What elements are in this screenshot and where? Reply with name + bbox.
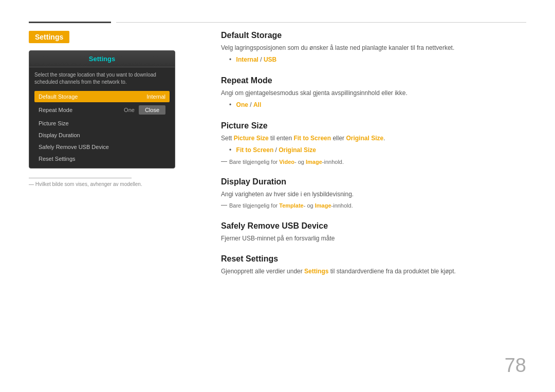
section-title-display-duration: Display Duration bbox=[221, 177, 526, 186]
highlight-template: Template bbox=[279, 202, 303, 209]
close-button[interactable]: Close bbox=[139, 105, 165, 115]
section-safely-remove: Safely Remove USB Device Fjerner USB-min… bbox=[221, 221, 526, 243]
menu-item-default-storage[interactable]: Default Storage Internal bbox=[34, 91, 170, 102]
bullet-default-storage: Internal / USB bbox=[229, 55, 526, 65]
highlight-image: Image bbox=[306, 159, 322, 165]
top-decoration bbox=[29, 22, 526, 23]
highlight-all: All bbox=[253, 101, 261, 108]
section-title-picture-size: Picture Size bbox=[221, 121, 526, 130]
dialog-body: Select the storage location that you wan… bbox=[29, 67, 175, 168]
settings-dialog: Settings Select the storage location tha… bbox=[29, 50, 175, 169]
highlight-image-2: Image bbox=[315, 202, 331, 209]
menu-item-label: Safely Remove USB Device bbox=[39, 144, 109, 150]
desc-text-2: til enten bbox=[269, 135, 294, 142]
section-desc-reset-settings: Gjenopprett alle verdier under Settings … bbox=[221, 267, 526, 276]
menu-item-value: One bbox=[124, 107, 135, 113]
bullet-picture-size: Fit to Screen / Original Size bbox=[229, 145, 526, 155]
note-dash-2: ― bbox=[221, 201, 227, 209]
highlight-original: Original Size bbox=[279, 146, 316, 154]
menu-item-label: Repeat Mode bbox=[39, 107, 72, 113]
top-line-dark bbox=[29, 22, 111, 23]
slash-separator: / bbox=[260, 56, 264, 63]
highlight-fit-to-screen: Fit to Screen bbox=[293, 135, 331, 142]
left-panel: Settings Settings Select the storage loc… bbox=[29, 31, 183, 187]
section-title-repeat-mode: Repeat Mode bbox=[221, 76, 526, 85]
reset-text-1: Gjenopprett alle verdier under bbox=[221, 268, 304, 275]
section-repeat-mode: Repeat Mode Angi om gjentagelsesmodus sk… bbox=[221, 76, 526, 110]
highlight-usb: USB bbox=[264, 56, 276, 63]
section-desc-display-duration: Angi varigheten av hver side i en lysbil… bbox=[221, 190, 526, 199]
highlight-settings: Settings bbox=[304, 268, 328, 275]
section-title-safely-remove: Safely Remove USB Device bbox=[221, 221, 526, 231]
section-title-reset-settings: Reset Settings bbox=[221, 254, 526, 264]
highlight-internal: Internal bbox=[236, 56, 258, 63]
menu-item-value: Internal bbox=[146, 94, 165, 100]
section-picture-size: Picture Size Sett Picture Size til enten… bbox=[221, 121, 526, 166]
section-desc-picture-size: Sett Picture Size til enten Fit to Scree… bbox=[221, 134, 526, 143]
menu-item-label: Default Storage bbox=[39, 94, 78, 100]
bottom-note: — Hvilket bilde som vises, avhenger av m… bbox=[29, 181, 183, 187]
desc-text-3: eller bbox=[331, 135, 346, 142]
highlight-fit: Fit to Screen bbox=[236, 146, 274, 154]
menu-item-label: Picture Size bbox=[39, 120, 69, 126]
menu-item-label: Reset Settings bbox=[39, 156, 76, 162]
highlight-one: One bbox=[236, 101, 248, 108]
settings-badge: Settings bbox=[29, 31, 69, 43]
desc-text-1: Sett bbox=[221, 135, 234, 142]
dialog-description: Select the storage location that you wan… bbox=[34, 71, 170, 86]
note-text-picture-size: Bare tilgjengelig for Video- og Image-in… bbox=[229, 158, 344, 166]
menu-item-safely-remove[interactable]: Safely Remove USB Device bbox=[34, 141, 170, 153]
highlight-original-size: Original Size bbox=[346, 135, 383, 142]
section-reset-settings: Reset Settings Gjenopprett alle verdier … bbox=[221, 254, 526, 276]
menu-item-label: Display Duration bbox=[39, 132, 80, 138]
slash-separator: / bbox=[250, 101, 253, 108]
desc-text-4: . bbox=[383, 135, 385, 142]
menu-item-display-duration[interactable]: Display Duration bbox=[34, 129, 170, 141]
menu-item-repeat-mode[interactable]: Repeat Mode One Close bbox=[34, 103, 170, 117]
section-display-duration: Display Duration Angi varigheten av hver… bbox=[221, 177, 526, 210]
right-panel: Default Storage Velg lagringsposisjonen … bbox=[221, 31, 526, 287]
highlight-picture-size: Picture Size bbox=[234, 135, 269, 142]
section-desc-default-storage: Velg lagringsposisjonen som du ønsker å … bbox=[221, 43, 526, 52]
bottom-note-line bbox=[29, 178, 132, 178]
menu-item-reset-settings[interactable]: Reset Settings bbox=[34, 153, 170, 164]
top-line-light bbox=[116, 22, 526, 23]
note-display-duration: ― Bare tilgjengelig for Template- og Ima… bbox=[221, 201, 526, 210]
menu-item-picture-size[interactable]: Picture Size bbox=[34, 118, 170, 129]
highlight-video: Video bbox=[279, 159, 294, 165]
note-picture-size: ― Bare tilgjengelig for Video- og Image-… bbox=[221, 158, 526, 166]
section-desc-repeat-mode: Angi om gjentagelsesmodus skal gjenta av… bbox=[221, 88, 526, 98]
bullet-repeat-mode: One / All bbox=[229, 100, 526, 110]
section-default-storage: Default Storage Velg lagringsposisjonen … bbox=[221, 31, 526, 65]
note-text-display-duration: Bare tilgjengelig for Template- og Image… bbox=[229, 201, 353, 210]
section-desc-safely-remove: Fjerner USB-minnet på en forsvarlig måte bbox=[221, 234, 526, 243]
reset-text-2: til standardverdiene fra da produktet bl… bbox=[328, 268, 455, 275]
dialog-title: Settings bbox=[29, 51, 175, 67]
page-number: 78 bbox=[505, 354, 526, 377]
note-dash: ― bbox=[221, 158, 227, 165]
section-title-default-storage: Default Storage bbox=[221, 31, 526, 40]
